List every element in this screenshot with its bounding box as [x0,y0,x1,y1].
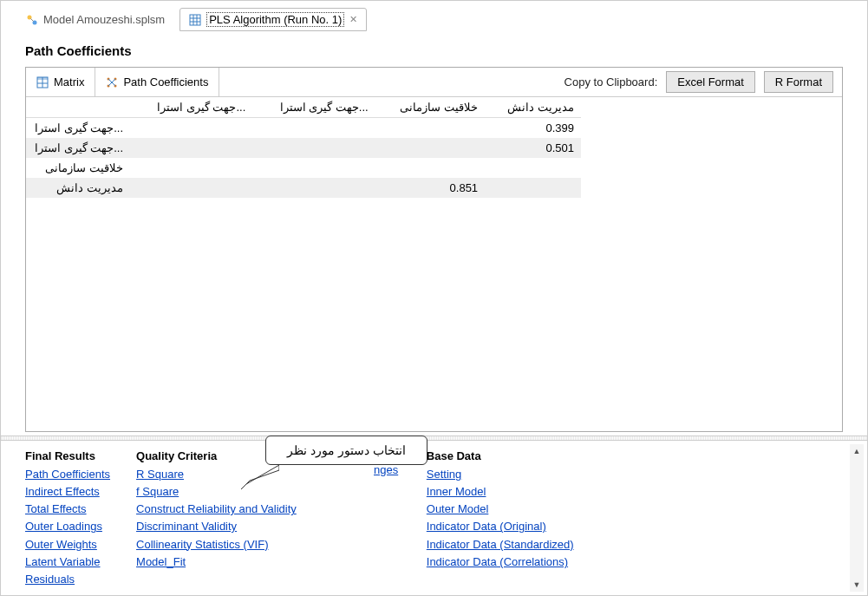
vertical-scrollbar[interactable]: ▲ ▼ [850,444,864,592]
cell: 0.851 [375,178,485,198]
panel-tab-pathcoef-label: Path Coefficients [123,75,208,88]
link-total-effects[interactable]: Total Effects [25,501,110,518]
result-panel: Matrix P [25,67,843,432]
cell [130,118,252,139]
page-title: Path Coefficients [25,43,843,58]
panel-tabs: Matrix P [26,68,219,96]
link-outer-model[interactable]: Outer Model [427,501,574,518]
link-ind-original[interactable]: Indicator Data (Original) [427,518,574,535]
cell: 0.501 [485,138,581,158]
content-area: Path Coefficients Matrix [1,31,867,436]
scroll-down-icon[interactable]: ▼ [850,578,864,592]
row-label: مدیریت دانش [26,178,130,198]
link-collinearity[interactable]: Collinearity Statistics (VIF) [136,536,297,553]
path-icon [106,76,118,88]
col-header [26,97,130,118]
cell: 0.399 [485,118,581,139]
table-row: جهت گیری استرا... 0.399 [26,118,581,139]
panel-tab-pathcoef[interactable]: Path Coefficients [95,68,219,96]
link-discriminant[interactable]: Discriminant Validity [136,518,297,535]
close-icon[interactable]: ✕ [349,14,357,25]
cell [130,138,252,158]
tab-model-file[interactable]: Model Amouzeshi.splsm [16,9,174,30]
link-ind-corr[interactable]: Indicator Data (Correlations) [427,553,574,571]
svg-rect-3 [190,15,200,25]
clipboard-label: Copy to Clipboard: [565,75,658,88]
col-header: مدیریت دانش [485,97,581,118]
cell [252,178,375,198]
final-results-title: Final Results [25,449,110,462]
clipboard-row: Copy to Clipboard: Excel Format R Format [565,71,842,93]
col-header: جهت گیری استرا... [130,97,252,118]
cell [375,118,485,139]
callout-tail-icon [241,465,279,489]
matrix-table: جهت گیری استرا... جهت گیری استرا... خلاق… [26,97,581,198]
cell [130,178,252,198]
cell [130,158,252,178]
editor-tab-strip: Model Amouzeshi.splsm PLS Algorithm (Run… [1,1,867,31]
link-model-fit[interactable]: Model_Fit [136,553,297,571]
link-ind-standard[interactable]: Indicator Data (Standardized) [427,536,574,553]
table-row: مدیریت دانش 0.851 [26,178,581,198]
callout-text: انتخاب دستور مورد نظر [265,436,427,465]
row-label: جهت گیری استرا... [26,138,130,158]
tab-result[interactable]: PLS Algorithm (Run No. 1) ✕ [179,8,367,31]
table-row: خلاقیت سازمانی [26,158,581,178]
link-residuals[interactable]: Residuals [25,571,110,588]
model-icon [26,14,38,26]
link-indirect-effects[interactable]: Indirect Effects [25,483,110,501]
col-final-results: Final Results Path Coefficients Indirect… [25,449,110,588]
link-setting[interactable]: Setting [427,466,574,483]
excel-format-button[interactable]: Excel Format [666,71,755,93]
tab-model-label: Model Amouzeshi.splsm [43,13,165,26]
grid-icon [189,14,201,26]
panel-tab-matrix[interactable]: Matrix [26,68,95,96]
link-outer-loadings[interactable]: Outer Loadings [25,518,110,535]
r-format-button[interactable]: R Format [764,71,833,93]
matrix-icon [36,76,49,88]
panel-tab-matrix-label: Matrix [54,75,84,88]
app-window: Model Amouzeshi.splsm PLS Algorithm (Run… [0,0,868,596]
link-path-coefficients[interactable]: Path Coefficients [25,466,110,483]
cell [375,158,485,178]
col-header: جهت گیری استرا... [252,97,375,118]
cell [252,158,375,178]
panel-toolbar: Matrix P [26,68,842,97]
base-title: Base Data [427,449,574,462]
table-row: جهت گیری استرا... 0.501 [26,138,581,158]
link-construct-validity[interactable]: Construct Reliability and Validity [136,501,297,518]
link-outer-weights[interactable]: Outer Weights [25,536,110,553]
col-base-data: Base Data Setting Inner Model Outer Mode… [427,449,574,588]
svg-line-2 [31,18,34,21]
cell [252,118,375,139]
callout: انتخاب دستور مورد نظر [265,436,427,465]
row-label: جهت گیری استرا... [26,118,130,139]
link-inner-model[interactable]: Inner Model [427,483,574,501]
bottom-panel: Final Results Path Coefficients Indirect… [1,441,867,595]
col-header: خلاقیت سازمانی [375,97,485,118]
cell [485,178,581,198]
scroll-up-icon[interactable]: ▲ [850,444,864,458]
cell [485,158,581,178]
tab-result-label: PLS Algorithm (Run No. 1) [206,12,344,27]
link-latent-variable[interactable]: Latent Variable [25,553,110,571]
matrix-table-wrap: جهت گیری استرا... جهت گیری استرا... خلاق… [26,97,842,431]
cell [375,138,485,158]
cell [252,138,375,158]
row-label: خلاقیت سازمانی [26,158,130,178]
